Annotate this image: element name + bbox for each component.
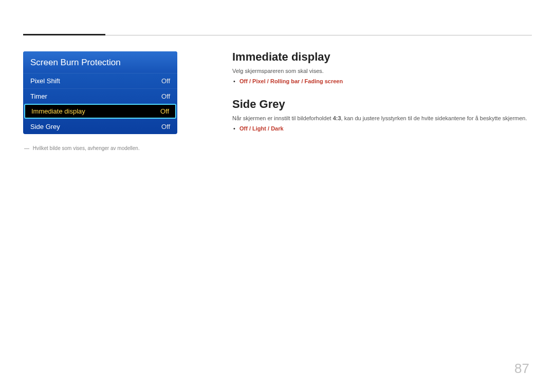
desc-part: , kan du justere lysstyrken til de hvite…: [341, 115, 527, 121]
opt: Light: [252, 125, 266, 132]
footnote-dash: ―: [24, 145, 29, 151]
menu-row-label: Timer: [30, 92, 47, 100]
menu-row-pixel-shift[interactable]: Pixel Shift Off: [23, 73, 177, 88]
menu-row-value: Off: [160, 107, 169, 115]
menu-row-label: Side Grey: [30, 123, 60, 130]
page-number: 87: [514, 361, 529, 377]
desc-side-grey: Når skjermen er innstilt til bildeforhol…: [232, 115, 529, 121]
opt: Fading screen: [305, 78, 343, 84]
osd-menu: Screen Burn Protection Pixel Shift Off T…: [23, 51, 177, 134]
menu-row-value: Off: [161, 77, 170, 85]
section-underline: [23, 34, 105, 35]
heading-side-grey: Side Grey: [232, 98, 529, 111]
options-immediate: Off / Pixel / Rolling bar / Fading scree…: [232, 77, 529, 86]
menu-row-side-grey[interactable]: Side Grey Off: [23, 119, 177, 134]
osd-menu-title: Screen Burn Protection: [23, 51, 177, 73]
footnote-text: Hvilket bilde som vises, avhenger av mod…: [33, 145, 140, 151]
opt: Dark: [271, 125, 283, 132]
content-column: Immediate display Velg skjermspareren so…: [232, 50, 529, 144]
opt: Off: [239, 78, 248, 84]
options-side-grey: Off / Light / Dark: [232, 124, 529, 134]
opt: Off: [239, 125, 248, 132]
menu-row-value: Off: [161, 123, 170, 130]
footnote: ― Hvilket bilde som vises, avhenger av m…: [24, 145, 140, 151]
menu-row-value: Off: [161, 92, 170, 100]
desc-bold: 4:3: [333, 115, 341, 121]
menu-row-label: Immediate display: [31, 107, 85, 115]
menu-row-immediate-display[interactable]: Immediate display Off: [24, 104, 176, 119]
desc-part: Når skjermen er innstilt til bildeforhol…: [232, 115, 333, 121]
heading-immediate-display: Immediate display: [232, 50, 529, 64]
opt: Rolling bar: [270, 78, 300, 84]
opt: Pixel: [252, 78, 266, 84]
menu-row-timer[interactable]: Timer Off: [23, 88, 177, 104]
desc-immediate: Velg skjermspareren som skal vises.: [232, 68, 529, 74]
menu-row-label: Pixel Shift: [30, 77, 60, 85]
